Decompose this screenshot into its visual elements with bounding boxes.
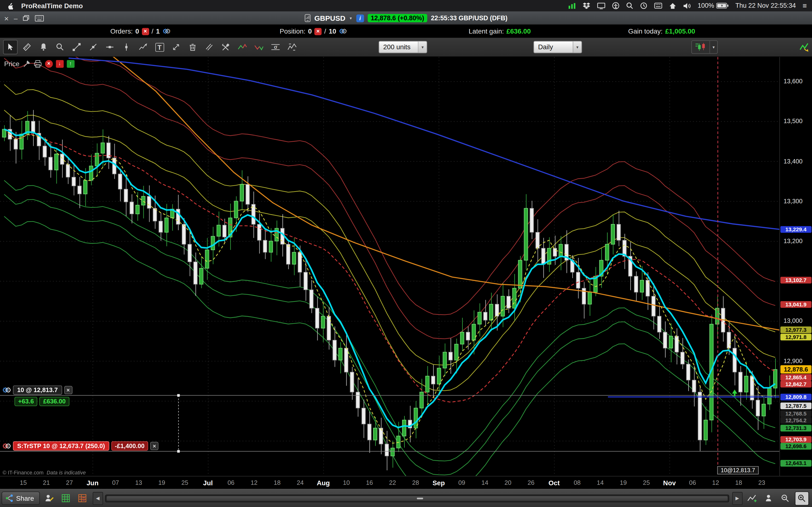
- stop-gear-icon[interactable]: ⚙⚙: [2, 442, 11, 450]
- pattern-down-tool-button[interactable]: [252, 40, 266, 54]
- close-panel-icon[interactable]: ×: [45, 60, 53, 68]
- time-axis-tick: 19: [152, 479, 172, 486]
- scrollbar-thumb[interactable]: [107, 496, 727, 501]
- cancel-orders-button[interactable]: ×: [142, 28, 149, 35]
- position-marker[interactable]: ⚙⚙ 10 @ 12,813.7 ×: [2, 385, 72, 395]
- move-tool-button[interactable]: [169, 40, 184, 54]
- share-button[interactable]: Share: [1, 492, 40, 505]
- forecast-tool-button[interactable]: [136, 40, 150, 54]
- spotlight-icon[interactable]: [626, 1, 633, 10]
- menubar-clock[interactable]: Thu 22 Nov 22:55:34: [735, 2, 796, 9]
- trendline-tool-button[interactable]: [69, 40, 84, 54]
- time-axis-tick: 08: [567, 479, 588, 486]
- battery-indicator[interactable]: 100%: [698, 2, 729, 9]
- time-axis-tick: 27: [59, 479, 80, 486]
- time-axis[interactable]: 152127Jun07131925Jul06121824Aug10162228S…: [0, 476, 812, 489]
- price-gridline-label: 13,300: [783, 198, 803, 205]
- text-tool-button[interactable]: T: [152, 40, 167, 54]
- ruler-tool-button[interactable]: [19, 40, 34, 54]
- symbol-name[interactable]: GBPUSD: [314, 14, 345, 22]
- time-axis-tick: 12: [705, 479, 726, 486]
- stocks-status-icon[interactable]: [568, 1, 576, 10]
- pattern-up-tool-button[interactable]: [235, 40, 250, 54]
- zoom-tool-button[interactable]: [53, 40, 67, 54]
- time-axis-tick: Aug: [313, 479, 334, 487]
- delete-tool-button[interactable]: [185, 40, 200, 54]
- apple-icon[interactable]: [7, 1, 14, 10]
- share-icon: [5, 494, 13, 502]
- trailing-stop-marker[interactable]: ⚙⚙ S:TrSTP 10 @ 12,673.7 (250.0) -£1,400…: [2, 441, 158, 451]
- chart-type-button[interactable]: ▼: [692, 40, 718, 54]
- horizontal-line-tool-button[interactable]: [102, 40, 117, 54]
- time-machine-icon[interactable]: [640, 1, 648, 10]
- price-gridline-label: 12,900: [783, 357, 803, 364]
- stop-order-chip[interactable]: S:TrSTP 10 @ 12,673.7 (250.0): [13, 441, 109, 451]
- statistics-tool-button[interactable]: σ: [268, 40, 283, 54]
- position-settings-icon[interactable]: ⚙⚙: [339, 27, 347, 35]
- units-dropdown[interactable]: 200 units ▼: [378, 41, 427, 53]
- alarm-tool-button[interactable]: [36, 40, 51, 54]
- mobile-quote-icon[interactable]: [305, 13, 311, 23]
- ray-tool-button[interactable]: [86, 40, 101, 54]
- orders-alt-count: 1: [156, 27, 160, 35]
- elliott-wave-tool-button[interactable]: [285, 40, 299, 54]
- vertical-line-tool-button[interactable]: [119, 40, 134, 54]
- scale-down-icon[interactable]: ↓: [56, 60, 63, 68]
- price-chart-canvas[interactable]: [0, 57, 779, 476]
- cancel-stop-button[interactable]: ×: [150, 442, 158, 450]
- time-axis-tick: 07: [105, 479, 126, 486]
- timeframe-dropdown[interactable]: Daily ▼: [534, 41, 582, 53]
- menubar-app-name[interactable]: ProRealTime Demo: [21, 2, 83, 10]
- time-axis-tick: 14: [474, 479, 495, 486]
- pointer-tool-button[interactable]: [3, 40, 18, 54]
- candlestick-type-icon: [692, 43, 710, 52]
- time-axis-tick: 26: [520, 479, 541, 486]
- volume-icon[interactable]: [683, 1, 691, 10]
- drawing-toolbar: T σ: [0, 38, 812, 57]
- orders-count: 0: [135, 27, 139, 35]
- position-gear-icon[interactable]: ⚙⚙: [2, 386, 11, 394]
- close-position-button[interactable]: ×: [314, 28, 322, 35]
- data-disclaimer: Data is indicative: [47, 470, 86, 475]
- autoscale-button[interactable]: [745, 491, 759, 505]
- accessibility-icon[interactable]: [612, 1, 619, 10]
- price-axis[interactable]: 13,60013,50013,40013,30013,20013,00012,9…: [779, 57, 812, 476]
- notification-center-icon[interactable]: ≡: [803, 1, 807, 10]
- scale-up-icon[interactable]: ↑: [67, 60, 74, 68]
- symbol-dropdown-icon[interactable]: ▼: [349, 16, 353, 20]
- scroll-left-button[interactable]: ◀: [93, 492, 103, 505]
- orders-ledger-button[interactable]: [75, 491, 89, 505]
- print-icon[interactable]: [33, 60, 42, 68]
- copyright-note: © IT-Finance.comData is indicative: [3, 470, 86, 475]
- orders-settings-icon[interactable]: ⚙⚙: [162, 27, 170, 35]
- parallel-lines-tool-button[interactable]: [202, 40, 216, 54]
- scrollbar-grip[interactable]: [417, 497, 423, 499]
- time-axis-tick: 13: [128, 479, 149, 486]
- drawing-settings-tool-button[interactable]: [218, 40, 233, 54]
- scroll-right-button[interactable]: ▶: [732, 492, 743, 505]
- zoom-in-button[interactable]: [795, 491, 809, 505]
- position-size-chip[interactable]: 10 @ 12,813.7: [13, 385, 62, 395]
- panel-properties-icon[interactable]: [22, 60, 30, 68]
- time-axis-tick: 21: [36, 479, 57, 486]
- chart-scrollbar[interactable]: [105, 494, 729, 502]
- user-settings-button[interactable]: [762, 491, 776, 505]
- price-axis-chip: 12,698.6: [780, 443, 812, 450]
- trader-profile-button[interactable]: [42, 491, 56, 505]
- instrument-info-icon[interactable]: i: [356, 14, 364, 22]
- price-axis-chip: 12,731.3: [780, 425, 812, 432]
- position-count: 0: [308, 27, 312, 35]
- airplay-icon[interactable]: [669, 1, 676, 10]
- time-axis-tick: 22: [382, 479, 403, 486]
- price-axis-chip: 12,643.1: [780, 460, 812, 467]
- latent-gain-value: £636.00: [507, 27, 531, 35]
- price-gridline-label: 13,600: [783, 78, 803, 85]
- keyboard-viewer-icon[interactable]: [654, 1, 662, 10]
- time-axis-tick: 28: [405, 479, 426, 486]
- zoom-out-button[interactable]: [778, 491, 792, 505]
- close-position-marker-button[interactable]: ×: [64, 386, 72, 394]
- screen-sharing-icon[interactable]: [597, 1, 605, 10]
- dropbox-icon[interactable]: [582, 1, 591, 10]
- green-ledger-button[interactable]: [59, 491, 73, 505]
- indicators-shortcut-icon[interactable]: [799, 41, 809, 55]
